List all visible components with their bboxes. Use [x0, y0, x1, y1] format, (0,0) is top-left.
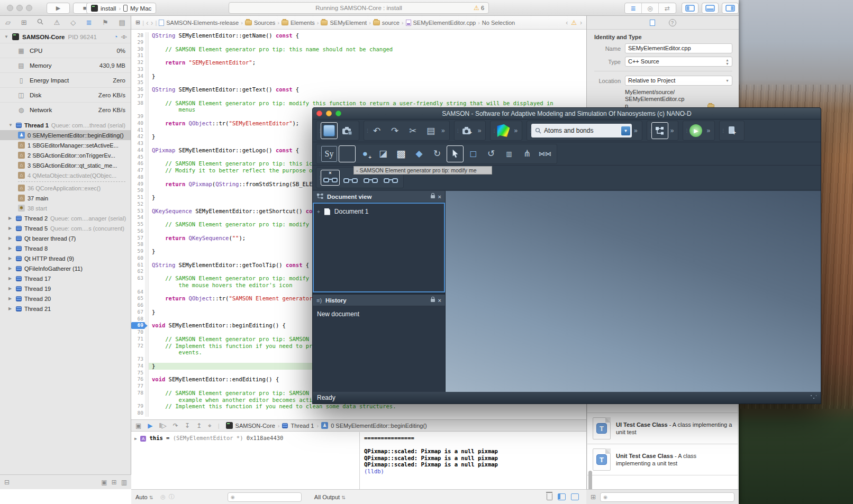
quick-help-icon[interactable]: ?: [669, 19, 676, 26]
line-number[interactable]: 72: [131, 343, 145, 350]
show-only-crashed-icon[interactable]: ▣: [101, 479, 107, 486]
fold-ribbon[interactable]: [145, 120, 149, 127]
variables-scope-select[interactable]: Auto ⇅: [135, 494, 153, 500]
document-view-header[interactable]: Document view ×: [313, 191, 445, 203]
disclosure-triangle[interactable]: ▼: [8, 123, 13, 127]
disclosure-triangle[interactable]: ▶: [8, 286, 13, 291]
show-variables-pane-icon[interactable]: [558, 493, 566, 500]
line-number[interactable]: 44: [131, 147, 145, 154]
line-number[interactable]: 64: [131, 289, 145, 296]
assistant-editor-button[interactable]: ◎: [642, 3, 659, 13]
test-navigator-icon[interactable]: ◇: [70, 19, 76, 26]
fold-ribbon[interactable]: [145, 79, 149, 86]
line-number[interactable]: 52: [131, 201, 145, 208]
fold-ribbon[interactable]: [145, 376, 149, 383]
breakpoints-toggle-icon[interactable]: ▶: [148, 422, 152, 429]
fold-ribbon[interactable]: [145, 39, 149, 46]
fold-ribbon[interactable]: [145, 154, 149, 161]
line-number[interactable]: 33: [131, 66, 145, 73]
disclosure-triangle[interactable]: ▶: [8, 266, 13, 271]
issues-badge[interactable]: ⚠ 6: [474, 4, 484, 12]
line-number[interactable]: 74: [131, 363, 145, 370]
redo-button[interactable]: ↷: [386, 122, 403, 139]
fold-ribbon[interactable]: [145, 397, 149, 404]
angle-tool-button[interactable]: ⋔: [519, 145, 536, 162]
fold-ribbon[interactable]: [145, 201, 149, 208]
fold-ribbon[interactable]: [145, 235, 149, 242]
line-number[interactable]: 38: [131, 100, 145, 107]
line-number[interactable]: 35: [131, 79, 145, 86]
issue-navigator-icon[interactable]: ⚠: [54, 19, 60, 26]
location-select[interactable]: Relative to Project▼: [625, 76, 732, 86]
fold-ribbon[interactable]: [145, 113, 149, 120]
line-number[interactable]: 71: [131, 336, 145, 343]
line-number[interactable]: 76: [131, 376, 145, 383]
line-number[interactable]: 30: [131, 46, 145, 53]
zoom-window-button[interactable]: [26, 5, 32, 11]
lattice-creator-button[interactable]: ▩: [393, 145, 410, 162]
disclosure-triangle[interactable]: ▶: [8, 246, 13, 251]
periodic-table-button[interactable]: Sy: [321, 145, 338, 162]
next-issue-icon[interactable]: ›: [580, 19, 582, 26]
line-number[interactable]: 59: [131, 248, 145, 255]
fold-ribbon[interactable]: [145, 52, 149, 59]
hide-debug-area-icon[interactable]: ▣: [135, 422, 141, 429]
fold-ribbon[interactable]: [145, 181, 149, 188]
fold-ribbon[interactable]: [145, 262, 149, 269]
continue-icon[interactable]: ‖▷: [159, 422, 167, 429]
fold-ribbon[interactable]: [145, 66, 149, 73]
stack-frame-row[interactable]: ⌂36 QCoreApplication::exec(): [0, 183, 131, 193]
thread-row[interactable]: ▶Thread 19: [0, 283, 131, 294]
name-field[interactable]: SEMyElementEditor.cpp: [625, 43, 732, 53]
line-number[interactable]: 29: [131, 39, 145, 46]
line-number[interactable]: 37: [131, 93, 145, 100]
line-number[interactable]: 77: [131, 383, 145, 390]
thread-row[interactable]: ▶Thread 2Queue: com....anager (serial): [0, 213, 131, 223]
fold-ribbon[interactable]: [145, 228, 149, 235]
simulation-play-button[interactable]: ▶: [687, 122, 704, 139]
breadcrumb-item[interactable]: SEMyElementEditor.cpp: [413, 20, 476, 26]
line-number[interactable]: [131, 282, 145, 289]
fold-ribbon[interactable]: [145, 356, 149, 363]
breadcrumb-item[interactable]: SEMyElement: [330, 20, 367, 26]
line-number[interactable]: 79: [131, 403, 145, 410]
history-item[interactable]: New document: [317, 310, 359, 318]
fold-ribbon[interactable]: [145, 329, 149, 336]
fold-ribbon[interactable]: [145, 93, 149, 100]
fold-ribbon[interactable]: [145, 100, 149, 107]
node-editor-button[interactable]: [651, 122, 668, 139]
info-filter-icon[interactable]: ⓘ: [169, 493, 175, 501]
line-number[interactable]: 28: [131, 32, 145, 39]
breadcrumb-item[interactable]: SAMSON-Elements-release: [166, 20, 239, 26]
pointer-tool-button[interactable]: [447, 145, 464, 162]
breadcrumb-item[interactable]: No Selection: [482, 20, 515, 26]
fold-ribbon[interactable]: [145, 160, 149, 167]
fold-ribbon[interactable]: [145, 282, 149, 289]
viewport-3d[interactable]: [445, 191, 821, 392]
add-atom-button[interactable]: ●+: [357, 145, 374, 162]
expand-icon[interactable]: +: [317, 209, 320, 215]
stack-frame-row[interactable]: ⌂1 SBGEditorManager::setActiveE...: [0, 140, 131, 150]
gauge-row-cpu[interactable]: ▦CPU0%: [0, 43, 131, 58]
line-number[interactable]: 58: [131, 241, 145, 248]
measure-tool-button[interactable]: ▥: [501, 145, 518, 162]
line-number[interactable]: [131, 397, 145, 404]
fold-ribbon[interactable]: [145, 309, 149, 316]
show-console-pane-icon[interactable]: [571, 493, 579, 500]
document-tree-item[interactable]: + Document 1: [314, 204, 444, 219]
overflow-icon[interactable]: »: [633, 127, 639, 134]
stack-frame-row[interactable]: ⌂3 SBGActionEditor::qt_static_me...: [0, 160, 131, 170]
line-number[interactable]: 54: [131, 214, 145, 221]
colormap-button[interactable]: [495, 122, 512, 139]
line-number[interactable]: 61: [131, 262, 145, 269]
process-row[interactable]: ▼ SAMSON-Core PID 96241 ◔ ◁▷: [0, 30, 131, 43]
fold-ribbon[interactable]: [145, 289, 149, 296]
stack-frame-row[interactable]: ⌂2 SBGActionEditor::onTriggerEv...: [0, 150, 131, 160]
breadcrumb-item[interactable]: source: [382, 20, 400, 26]
thread-row[interactable]: ▶Thread 20: [0, 294, 131, 304]
issue-warning-icon[interactable]: ⚠: [571, 19, 577, 26]
resize-grip[interactable]: [810, 395, 816, 401]
console-output[interactable]: =============== QPixmap::scaled: Pixmap …: [360, 432, 586, 489]
line-number[interactable]: 60: [131, 255, 145, 262]
thread-row[interactable]: ▶Qt HTTP thread (9): [0, 253, 131, 263]
